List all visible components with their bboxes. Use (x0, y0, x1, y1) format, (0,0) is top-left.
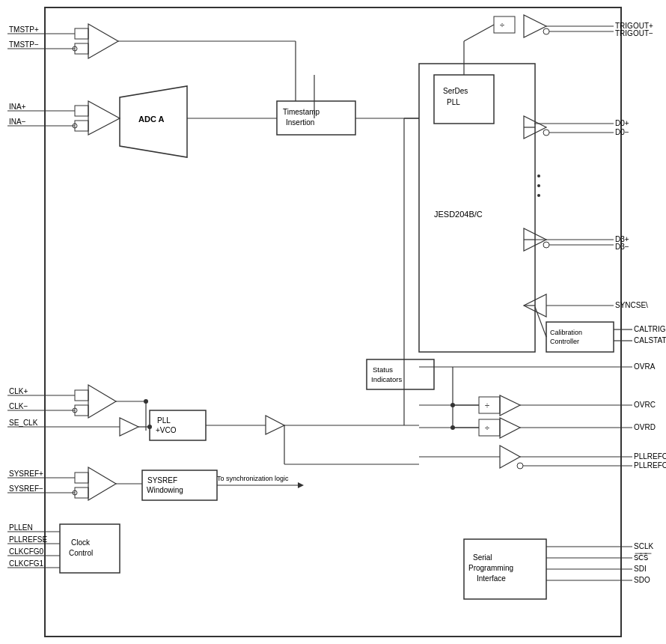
svg-marker-61 (120, 418, 138, 436)
label-clk-minus: CLK− (9, 402, 28, 410)
svg-text:Indicators: Indicators (371, 375, 402, 383)
svg-line-27 (464, 25, 494, 41)
label-d0-plus: D0+ (615, 119, 629, 127)
label-syncse: SYNCSE\ (615, 301, 648, 309)
label-pllen: PLLEN (9, 523, 33, 532)
svg-marker-56 (88, 385, 116, 418)
svg-marker-67 (266, 416, 284, 434)
label-sdi: SDI (634, 565, 647, 573)
svg-text:Interface: Interface (477, 574, 506, 583)
svg-point-23 (543, 28, 549, 34)
svg-text:Programming: Programming (468, 564, 513, 572)
label-serial-programming: Serial (473, 553, 492, 562)
label-divide-2: ÷ (485, 401, 489, 410)
svg-rect-64 (150, 410, 206, 440)
label-trigout-minus: TRIGOUT− (615, 29, 653, 37)
svg-marker-76 (500, 418, 520, 438)
label-sysref-plus: SYSREF+ (9, 470, 43, 478)
label-adc-a: ADC A (138, 115, 164, 124)
label-ovrd: OVRD (634, 423, 656, 431)
svg-text:+VCO: +VCO (156, 426, 177, 434)
label-caltrig: CALTRIG (634, 325, 666, 333)
label-ina-minus: INA− (9, 118, 26, 126)
svg-text:PLL: PLL (447, 98, 460, 106)
diagram-container: TMSTP+ TMSTP− INA+ INA− ADC A (0, 0, 666, 644)
label-sysref-minus: SYSREF− (9, 484, 43, 493)
label-d3-minus: D3− (615, 243, 629, 251)
label-clkcfg1: CLKCFG1 (9, 559, 44, 568)
label-serdes-pll: SerDes (443, 87, 468, 95)
label-clk-plus: CLK+ (9, 387, 28, 395)
label-jesd204bc: JESD204B/C (434, 210, 483, 219)
svg-point-29 (543, 130, 549, 136)
svg-marker-72 (500, 395, 520, 416)
svg-text:Insertion: Insertion (286, 118, 314, 127)
svg-text:Control: Control (69, 549, 93, 557)
svg-text:Controller: Controller (550, 338, 579, 345)
svg-rect-53 (75, 390, 88, 401)
label-ovrc: OVRC (634, 401, 656, 409)
label-to-sync-logic: To synchronization logic (217, 475, 289, 482)
svg-text:Windowing: Windowing (147, 486, 183, 494)
label-sdo: SDO (634, 576, 650, 584)
svg-rect-20 (419, 64, 535, 352)
svg-point-35 (537, 194, 540, 197)
svg-rect-3 (75, 28, 88, 39)
svg-marker-12 (88, 101, 120, 135)
label-clkcfg0: CLKCFG0 (9, 547, 44, 556)
label-tmstp-plus: TMSTP+ (9, 25, 39, 34)
label-ina-plus: INA+ (9, 103, 26, 111)
svg-point-34 (537, 184, 540, 187)
label-pll-vco: PLL (157, 416, 171, 425)
label-pllrefse: PLLREFSE (9, 535, 47, 544)
svg-marker-88 (88, 467, 116, 500)
label-pllrefo-minus: PLLREFO− (634, 461, 666, 470)
label-sysref-windowing: SYSREF (147, 476, 177, 484)
label-scs: S͞C͞S͞ (634, 553, 652, 562)
label-calstat: CALSTAT (634, 336, 666, 344)
svg-marker-6 (88, 24, 118, 58)
label-tmstp-minus: TMSTP− (9, 40, 39, 49)
svg-rect-44 (546, 322, 614, 352)
svg-rect-9 (75, 106, 88, 116)
svg-point-33 (537, 174, 540, 177)
label-sclk: SCLK (634, 542, 653, 550)
label-d0-minus: D0− (615, 128, 629, 136)
label-pllrefo-plus: PLLREFO+ (634, 452, 666, 461)
svg-marker-93 (298, 482, 304, 488)
svg-rect-90 (142, 470, 217, 500)
label-divide-1: ÷ (500, 20, 504, 29)
svg-rect-49 (367, 359, 434, 389)
label-se-clk: SE_CLK (9, 419, 38, 427)
label-calibration-controller: Calibration (550, 329, 582, 336)
svg-marker-22 (524, 15, 546, 37)
svg-rect-85 (75, 473, 88, 483)
label-clock-control: Clock (71, 538, 91, 547)
svg-point-37 (543, 242, 549, 248)
svg-rect-18 (434, 75, 494, 124)
label-ovra: OVRA (634, 362, 656, 371)
svg-line-110 (535, 307, 546, 337)
svg-point-80 (517, 463, 523, 469)
label-divide-3: ÷ (485, 423, 489, 432)
label-status-indicators: Status (373, 365, 393, 374)
